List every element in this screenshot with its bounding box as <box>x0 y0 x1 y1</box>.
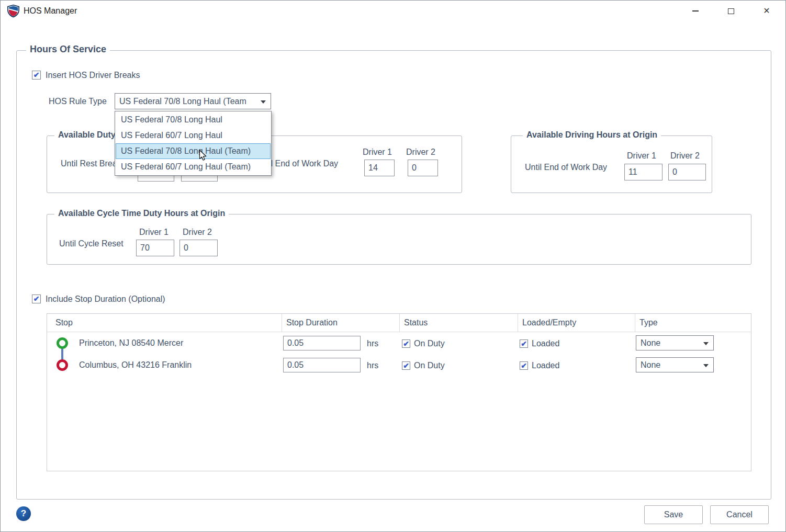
driving-driver1-header: Driver 1 <box>627 151 656 161</box>
loaded-checkbox[interactable]: ✔ <box>520 339 528 348</box>
hos-manager-window: HOS Manager ✕ Hours Of Service ✔ Insert … <box>0 0 786 532</box>
on-duty-label: On Duty <box>414 339 445 348</box>
cycle-driver2-input[interactable] <box>179 240 218 256</box>
on-duty-checkbox[interactable]: ✔ <box>402 361 410 370</box>
driving-driver2-input[interactable] <box>668 164 706 180</box>
until-cycle-reset-label: Until Cycle Reset <box>59 239 123 248</box>
help-question-icon: ? <box>21 508 26 519</box>
include-stop-duration-label: Include Stop Duration (Optional) <box>46 295 165 304</box>
column-header-stop: Stop <box>47 314 282 332</box>
hos-rule-type-dropdown-list: US Federal 70/8 Long Haul US Federal 60/… <box>115 111 272 176</box>
column-header-loaded-empty: Loaded/Empty <box>518 314 635 332</box>
dropdown-option[interactable]: US Federal 60/7 Long Haul (Team) <box>116 159 271 175</box>
loaded-label: Loaded <box>532 361 559 370</box>
mouse-cursor-icon <box>199 150 207 164</box>
column-header-stop-duration: Stop Duration <box>282 314 400 332</box>
on-duty-checkbox[interactable]: ✔ <box>402 339 410 348</box>
check-icon: ✔ <box>403 362 409 369</box>
type-select-value: None <box>641 338 660 348</box>
loaded-checkbox[interactable]: ✔ <box>520 361 528 370</box>
hrs-unit-label: hrs <box>367 361 378 370</box>
hos-rule-type-label: HOS Rule Type <box>49 97 107 106</box>
minimize-icon <box>692 10 699 12</box>
insert-hos-breaks-checkbox[interactable]: ✔ <box>32 71 41 80</box>
insert-hos-breaks-label: Insert HOS Driver Breaks <box>46 71 140 80</box>
driving-driver1-input[interactable] <box>624 164 663 180</box>
table-row-stop-name: Columbus, OH 43216 Franklin <box>79 360 192 370</box>
check-icon: ✔ <box>33 71 40 78</box>
check-icon: ✔ <box>403 340 409 347</box>
hours-of-service-title: Hours Of Service <box>26 44 110 55</box>
driving-driver2-header: Driver 2 <box>670 151 700 161</box>
maximize-button[interactable] <box>713 1 749 21</box>
check-icon: ✔ <box>521 362 527 369</box>
on-duty-label: On Duty <box>414 361 445 370</box>
type-select-value: None <box>641 360 660 370</box>
hos-rule-type-value: US Federal 70/8 Long Haul (Team <box>119 97 246 106</box>
type-select[interactable]: None <box>636 335 714 350</box>
cycle-driver1-header: Driver 1 <box>139 228 169 237</box>
table-row-stop-name: Princeton, NJ 08540 Mercer <box>79 338 183 348</box>
duty-driver1-header: Driver 1 <box>363 148 392 157</box>
chevron-down-icon <box>261 100 266 104</box>
destination-stop-icon <box>57 359 68 371</box>
stops-table-header: Stop Stop Duration Status Loaded/Empty T… <box>47 314 751 332</box>
chevron-down-icon <box>703 342 709 345</box>
dropdown-option-highlighted[interactable]: US Federal 70/8 Long Haul (Team) <box>116 143 271 159</box>
hos-rule-type-combobox[interactable]: US Federal 70/8 Long Haul (Team <box>115 93 271 109</box>
window-title: HOS Manager <box>24 1 77 21</box>
minimize-button[interactable] <box>678 1 713 21</box>
stop-duration-input[interactable] <box>283 358 361 372</box>
type-select[interactable]: None <box>636 357 714 372</box>
dropdown-option[interactable]: US Federal 60/7 Long Haul <box>116 128 271 143</box>
hrs-unit-label: hrs <box>367 339 378 348</box>
save-button[interactable]: Save <box>644 505 703 524</box>
check-icon: ✔ <box>521 340 527 347</box>
duty-until-end-driver2-input[interactable] <box>408 160 438 176</box>
cancel-button[interactable]: Cancel <box>710 505 769 524</box>
chevron-down-icon <box>703 364 709 367</box>
available-cycle-time-title: Available Cycle Time Duty Hours at Origi… <box>54 209 229 218</box>
close-icon: ✕ <box>763 7 770 15</box>
maximize-icon <box>728 8 734 14</box>
title-bar: HOS Manager ✕ <box>1 1 785 21</box>
cycle-driver1-input[interactable] <box>136 240 174 256</box>
duty-until-end-driver1-input[interactable] <box>364 160 395 176</box>
column-header-status: Status <box>400 314 518 332</box>
include-stop-duration-checkbox[interactable]: ✔ <box>32 295 41 303</box>
column-header-type: Type <box>635 314 751 332</box>
available-driving-hours-title: Available Driving Hours at Origin <box>523 130 661 140</box>
cycle-driver2-header: Driver 2 <box>183 228 212 237</box>
close-button[interactable]: ✕ <box>749 1 784 21</box>
driving-until-end-label: Until End of Work Day <box>525 163 607 172</box>
app-logo-icon <box>7 4 20 18</box>
origin-stop-icon <box>57 337 68 349</box>
until-rest-break-label: Until Rest Break <box>61 159 121 168</box>
help-button[interactable]: ? <box>16 506 31 521</box>
stop-duration-input[interactable] <box>283 336 361 350</box>
window-controls: ✕ <box>678 1 784 21</box>
duty-driver2-header: Driver 2 <box>406 148 435 157</box>
dropdown-option[interactable]: US Federal 70/8 Long Haul <box>116 112 271 128</box>
loaded-label: Loaded <box>532 339 559 348</box>
check-icon: ✔ <box>33 295 40 302</box>
